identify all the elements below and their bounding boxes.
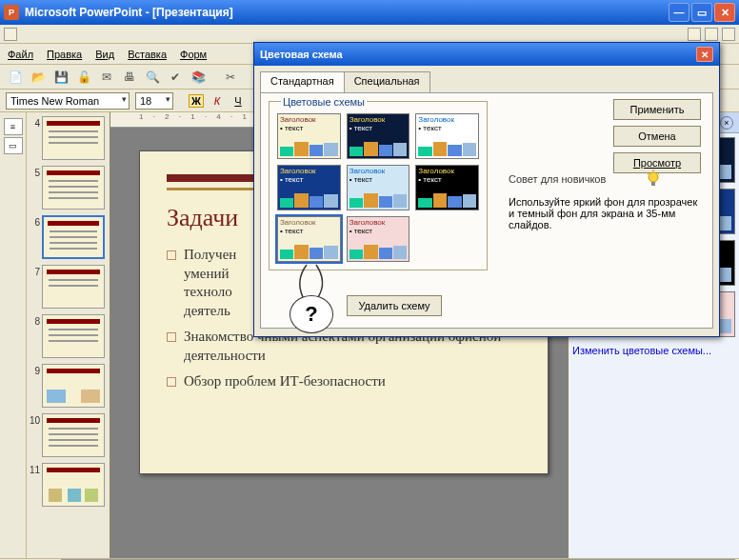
mdi-controls xyxy=(0,25,739,44)
mail-button[interactable]: ✉ xyxy=(97,68,116,87)
color-scheme-dialog: Цветовая схема ✕ Стандартная Специальная… xyxy=(253,42,720,337)
scheme-option[interactable]: Заголовок• текст xyxy=(415,165,479,210)
scheme-option[interactable]: Заголовок• текст xyxy=(347,113,410,159)
fieldset-legend: Цветовые схемы xyxy=(281,96,367,108)
slide-thumb-selected[interactable] xyxy=(42,215,105,259)
italic-button[interactable]: К xyxy=(210,95,225,107)
thumb-num: 8 xyxy=(29,314,40,327)
menu-insert[interactable]: Вставка xyxy=(128,49,167,60)
svg-rect-1 xyxy=(651,182,655,186)
scheme-option-selected[interactable]: Заголовок• текст xyxy=(277,216,341,262)
close-button[interactable]: ✕ xyxy=(714,3,735,22)
slide-thumb[interactable] xyxy=(42,364,105,408)
cut-button[interactable]: ✂ xyxy=(221,68,240,87)
apply-button[interactable]: Применить xyxy=(613,99,701,120)
thumb-num: 4 xyxy=(29,116,40,129)
spell-button[interactable]: ✔ xyxy=(166,68,185,87)
edit-schemes-link[interactable]: Изменить цветовые схемы... xyxy=(572,345,735,356)
svg-line-3 xyxy=(647,172,649,174)
mdi-close[interactable] xyxy=(722,28,735,41)
bold-button[interactable]: Ж xyxy=(189,94,204,108)
fontsize-combo[interactable]: 18 xyxy=(135,92,173,110)
tab-standard[interactable]: Стандартная xyxy=(260,71,345,92)
minimize-button[interactable]: — xyxy=(669,3,689,22)
slide-thumb[interactable] xyxy=(42,116,105,160)
menu-file[interactable]: Файл xyxy=(8,49,33,60)
dialog-title: Цветовая схема xyxy=(260,49,696,60)
save-button[interactable]: 💾 xyxy=(51,68,70,87)
thumb-num: 11 xyxy=(29,463,40,475)
scheme-option[interactable]: Заголовок• текст xyxy=(277,113,341,159)
maximize-button[interactable]: ▭ xyxy=(691,3,712,22)
slide-thumb[interactable] xyxy=(42,413,105,457)
scheme-option[interactable]: Заголовок• текст xyxy=(347,165,410,210)
mdi-min[interactable] xyxy=(688,28,701,41)
slide-thumb[interactable] xyxy=(42,314,105,358)
slide-thumb[interactable] xyxy=(42,463,105,507)
hint-title: Совет для новичков xyxy=(509,173,606,185)
schemes-fieldset: Цветовые схемы Заголовок• текст Заголово… xyxy=(269,101,488,270)
hint-body: Используйте яркий фон для прозрачек и те… xyxy=(509,196,701,230)
app-icon: P xyxy=(4,5,19,20)
permission-button[interactable]: 🔓 xyxy=(74,68,93,87)
window-titlebar: P Microsoft PowerPoint - [Презентация] —… xyxy=(0,0,739,25)
font-combo[interactable]: Times New Roman xyxy=(6,92,130,110)
menu-format[interactable]: Форм xyxy=(180,49,207,60)
dialog-hint: Совет для новичков Используйте яркий фон… xyxy=(509,170,701,230)
scheme-option[interactable]: Заголовок• текст xyxy=(277,165,341,210)
bullet-item[interactable]: Обзор проблем ИТ-безопасности xyxy=(167,372,521,391)
lightbulb-icon xyxy=(644,170,663,189)
outline-tabs: ≡ ▭ xyxy=(0,112,27,558)
menu-view[interactable]: Вид xyxy=(95,49,114,60)
window-title: Microsoft PowerPoint - [Презентация] xyxy=(25,6,667,19)
tab-custom[interactable]: Специальная xyxy=(344,71,430,92)
svg-line-4 xyxy=(658,172,660,174)
mdi-restore[interactable] xyxy=(705,28,718,41)
slide-thumb[interactable] xyxy=(42,166,105,210)
dialog-close-button[interactable]: ✕ xyxy=(696,47,713,62)
underline-button[interactable]: Ч xyxy=(230,95,246,107)
scheme-option[interactable]: Заголовок• текст xyxy=(415,113,479,159)
cancel-button[interactable]: Отмена xyxy=(613,126,701,147)
thumb-num: 6 xyxy=(29,215,40,228)
slide-thumb[interactable] xyxy=(42,265,105,309)
research-button[interactable]: 📚 xyxy=(189,68,208,87)
slide-thumbnails: 4 5 6 7 8 9 10 11 xyxy=(27,112,110,558)
outline-tab[interactable]: ≡ xyxy=(4,118,23,135)
thumb-num: 5 xyxy=(29,166,40,178)
scheme-option[interactable]: Заголовок• текст xyxy=(347,216,410,262)
thumb-num: 9 xyxy=(29,364,40,376)
thumb-num: 7 xyxy=(29,265,40,277)
open-button[interactable]: 📂 xyxy=(29,68,48,87)
taskpane-close[interactable]: × xyxy=(720,116,733,130)
mdi-icon[interactable] xyxy=(4,28,17,41)
menu-edit[interactable]: Правка xyxy=(47,49,82,60)
delete-scheme-button[interactable]: Удалить схему xyxy=(347,295,442,316)
dialog-titlebar: Цветовая схема ✕ xyxy=(254,43,719,66)
thumb-num: 10 xyxy=(29,413,40,426)
print-button[interactable]: 🖶 xyxy=(120,68,139,87)
preview-button[interactable]: 🔍 xyxy=(143,68,162,87)
svg-point-0 xyxy=(649,172,658,182)
slides-tab[interactable]: ▭ xyxy=(4,137,23,154)
new-button[interactable]: 📄 xyxy=(6,68,25,87)
